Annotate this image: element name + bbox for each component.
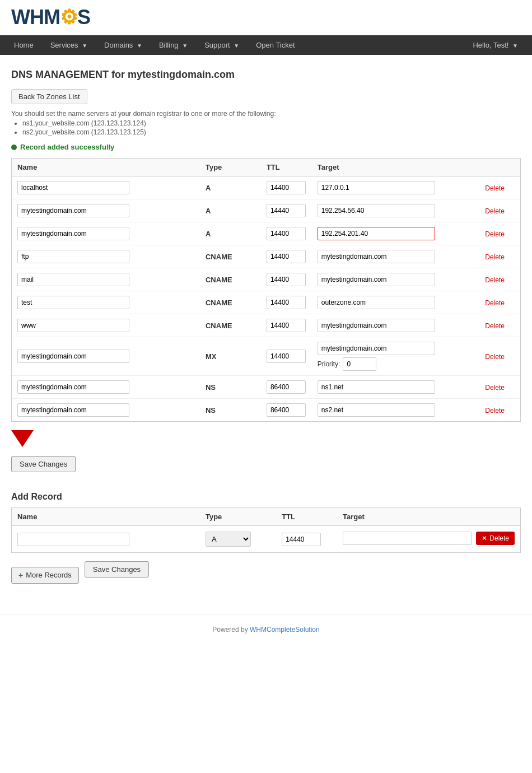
record-target-input-2[interactable] bbox=[318, 227, 435, 240]
add-record-row: AAAAACNAMEMXNSTXTSRV ✕ Delete bbox=[12, 526, 520, 553]
record-target-input-3[interactable] bbox=[318, 250, 435, 263]
nav-billing[interactable]: Billing ▼ bbox=[151, 35, 196, 55]
record-name-input-2[interactable] bbox=[17, 227, 129, 240]
record-ttl-input-5[interactable] bbox=[267, 296, 306, 309]
bottom-buttons: + More Records Save Changes bbox=[11, 561, 521, 589]
logo-part1: WHM bbox=[11, 6, 60, 29]
record-target-input-4[interactable] bbox=[318, 273, 435, 286]
nameserver-instruction: You should set the name servers at your … bbox=[11, 110, 521, 118]
save-changes-button[interactable]: Save Changes bbox=[11, 456, 76, 472]
record-ttl-input-0[interactable] bbox=[267, 181, 306, 194]
billing-arrow-icon: ▼ bbox=[182, 43, 188, 49]
ns-name-input-1[interactable] bbox=[17, 403, 129, 417]
add-ttl-input[interactable] bbox=[282, 533, 321, 546]
record-delete-link-5[interactable]: Delete bbox=[485, 299, 505, 307]
record-name-input-4[interactable] bbox=[17, 273, 129, 286]
more-records-label: More Records bbox=[26, 571, 72, 579]
record-ttl-input-3[interactable] bbox=[267, 250, 306, 263]
mx-name-input[interactable] bbox=[17, 350, 129, 363]
add-record-table: Name Type TTL Target AAAAACNAMEMXNSTXTSR… bbox=[12, 508, 520, 552]
logo-part2: S bbox=[77, 6, 90, 29]
add-col-name: Name bbox=[12, 508, 200, 526]
dns-ns-record-row: NS Delete bbox=[12, 399, 520, 422]
ns-delete-link-0[interactable]: Delete bbox=[485, 384, 505, 392]
add-delete-button[interactable]: ✕ Delete bbox=[476, 532, 515, 545]
nav-support[interactable]: Support ▼ bbox=[196, 35, 248, 55]
mx-delete-link[interactable]: Delete bbox=[485, 353, 505, 361]
record-type-5: CNAME bbox=[206, 299, 232, 307]
dns-record-row: CNAME Delete bbox=[12, 245, 520, 268]
record-delete-link-4[interactable]: Delete bbox=[485, 276, 505, 284]
record-delete-link-2[interactable]: Delete bbox=[485, 230, 505, 238]
record-delete-link-6[interactable]: Delete bbox=[485, 322, 505, 330]
footer-link[interactable]: WHMCompleteSolution bbox=[250, 626, 320, 634]
support-arrow-icon: ▼ bbox=[234, 43, 239, 49]
x-icon: ✕ bbox=[482, 534, 487, 542]
add-record-title: Add Record bbox=[11, 492, 521, 502]
record-ttl-input-4[interactable] bbox=[267, 273, 306, 286]
record-delete-link-3[interactable]: Delete bbox=[485, 253, 505, 261]
record-ttl-input-6[interactable] bbox=[267, 319, 306, 332]
record-type-6: CNAME bbox=[206, 322, 232, 330]
dns-mx-record-row: MX Priority: Delete bbox=[12, 337, 520, 376]
main-nav: Home Services ▼ Domains ▼ Billing ▼ Supp… bbox=[0, 35, 532, 55]
record-type-3: CNAME bbox=[206, 253, 232, 261]
record-name-input-0[interactable] bbox=[17, 181, 129, 194]
record-ttl-input-2[interactable] bbox=[267, 227, 306, 240]
footer: Powered by WHMCompleteSolution bbox=[0, 614, 532, 645]
record-delete-link-1[interactable]: Delete bbox=[485, 207, 505, 215]
user-arrow-icon: ▼ bbox=[512, 43, 518, 49]
bottom-save-changes-button[interactable]: Save Changes bbox=[85, 561, 149, 578]
nav-user-greeting[interactable]: Hello, Test! ▼ bbox=[464, 35, 526, 55]
col-header-type: Type bbox=[200, 159, 261, 176]
dns-table: Name Type TTL Target A Delete A Delete bbox=[12, 159, 520, 421]
ns-target-input-0[interactable] bbox=[318, 380, 435, 394]
record-target-input-6[interactable] bbox=[318, 319, 435, 332]
col-header-name: Name bbox=[12, 159, 200, 176]
nameserver-info: You should set the name servers at your … bbox=[11, 110, 521, 136]
ns-ttl-input-1[interactable] bbox=[267, 403, 306, 417]
ns-delete-link-1[interactable]: Delete bbox=[485, 407, 505, 415]
nav-services[interactable]: Services ▼ bbox=[42, 35, 96, 55]
record-type-1: A bbox=[206, 207, 211, 215]
arrow-down-icon bbox=[11, 430, 521, 453]
record-name-input-3[interactable] bbox=[17, 250, 129, 263]
record-name-input-6[interactable] bbox=[17, 319, 129, 332]
record-target-input-1[interactable] bbox=[318, 204, 435, 217]
record-type-4: CNAME bbox=[206, 276, 232, 284]
add-record-wrapper: Name Type TTL Target AAAAACNAMEMXNSTXTSR… bbox=[11, 507, 521, 553]
domains-arrow-icon: ▼ bbox=[137, 43, 142, 49]
add-col-target: Target bbox=[337, 508, 520, 526]
add-target-input[interactable] bbox=[343, 532, 472, 545]
add-name-input[interactable] bbox=[17, 533, 129, 546]
dns-record-row: A Delete bbox=[12, 199, 520, 222]
nav-open-ticket[interactable]: Open Ticket bbox=[248, 35, 303, 55]
record-ttl-input-1[interactable] bbox=[267, 204, 306, 217]
logo-gear-icon: ⚙ bbox=[60, 6, 77, 29]
ns-target-input-1[interactable] bbox=[318, 403, 435, 417]
logo: WHM⚙S bbox=[11, 6, 521, 29]
save-area: Save Changes bbox=[11, 430, 521, 483]
dns-table-wrapper: Name Type TTL Target A Delete A Delete bbox=[11, 158, 521, 422]
record-delete-link-0[interactable]: Delete bbox=[485, 184, 505, 192]
mx-priority-input[interactable] bbox=[343, 357, 376, 371]
record-name-input-5[interactable] bbox=[17, 296, 129, 309]
ns-ttl-input-0[interactable] bbox=[267, 380, 306, 394]
ns-type-1: NS bbox=[206, 406, 216, 415]
nav-domains[interactable]: Domains ▼ bbox=[96, 35, 151, 55]
add-type-select[interactable]: AAAAACNAMEMXNSTXTSRV bbox=[206, 532, 251, 547]
record-target-input-0[interactable] bbox=[318, 181, 435, 194]
mx-target-input[interactable] bbox=[318, 342, 435, 355]
record-target-input-5[interactable] bbox=[318, 296, 435, 309]
back-to-zones-button[interactable]: Back To Zones List bbox=[11, 89, 87, 104]
nameserver-2: ns2.your_website.com (123.123.123.125) bbox=[22, 128, 521, 136]
logo-text: WHM⚙S bbox=[11, 6, 90, 29]
more-records-button[interactable]: + More Records bbox=[11, 567, 79, 584]
mx-ttl-input[interactable] bbox=[267, 350, 306, 363]
page-content: DNS MANAGEMENT for mytestingdomain.com B… bbox=[0, 55, 532, 614]
success-dot-icon bbox=[11, 145, 17, 150]
ns-name-input-0[interactable] bbox=[17, 380, 129, 394]
dns-record-row: CNAME Delete bbox=[12, 314, 520, 337]
record-name-input-1[interactable] bbox=[17, 204, 129, 217]
nav-home[interactable]: Home bbox=[6, 35, 42, 55]
